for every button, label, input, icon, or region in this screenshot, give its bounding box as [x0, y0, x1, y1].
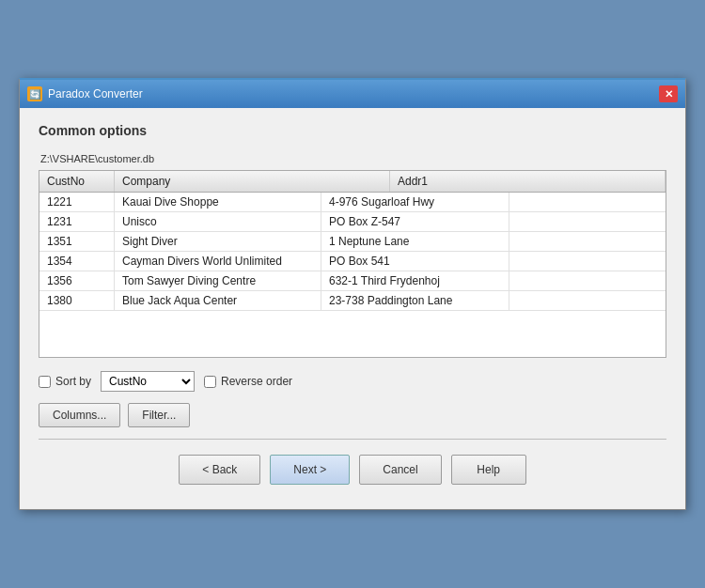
next-button[interactable]: Next >	[270, 455, 350, 485]
cell-custno: 1354	[39, 252, 115, 271]
cell-custno: 1231	[39, 212, 115, 231]
col-header-custno: CustNo	[39, 171, 115, 192]
file-path: Z:\VSHARE\customer.db	[39, 153, 666, 164]
cell-company: Sight Diver	[115, 232, 321, 251]
columns-button[interactable]: Columns...	[39, 403, 120, 427]
title-bar-left: 🔄 Paradox Converter	[27, 86, 143, 101]
sort-by-label: Sort by	[55, 375, 91, 388]
window-title: Paradox Converter	[48, 87, 143, 101]
title-bar: 🔄 Paradox Converter ✕	[20, 80, 685, 108]
action-buttons-row: Columns... Filter...	[39, 403, 666, 427]
table-row[interactable]: 1380Blue Jack Aqua Center23-738 Paddingt…	[39, 291, 666, 311]
cell-company: Blue Jack Aqua Center	[115, 291, 321, 310]
footer-buttons: < Back Next > Cancel Help	[39, 455, 666, 494]
data-table: CustNo Company Addr1 1221Kauai Dive Shop…	[39, 170, 666, 358]
section-title: Common options	[39, 123, 666, 138]
cell-custno: 1351	[39, 232, 115, 251]
cell-company: Tom Sawyer Diving Centre	[115, 271, 321, 290]
cell-addr1: 4-976 Sugarloaf Hwy	[321, 193, 509, 211]
table-row[interactable]: 1231UniscoPO Box Z-547	[39, 212, 666, 232]
app-icon: 🔄	[27, 86, 42, 101]
sort-by-select[interactable]: CustNoCompanyAddr1	[101, 371, 195, 392]
cell-addr1: 23-738 Paddington Lane	[321, 291, 509, 310]
cell-company: Kauai Dive Shoppe	[115, 193, 321, 211]
close-button[interactable]: ✕	[659, 85, 678, 102]
table-row[interactable]: 1354Cayman Divers World UnlimitedPO Box …	[39, 252, 666, 271]
cell-company: Cayman Divers World Unlimited	[115, 252, 321, 271]
table-header: CustNo Company Addr1	[39, 171, 666, 193]
cell-addr1: PO Box 541	[321, 252, 509, 271]
reverse-order-checkbox[interactable]	[204, 376, 216, 388]
cell-addr1: 632-1 Third Frydenhoj	[321, 271, 509, 290]
table-body[interactable]: 1221Kauai Dive Shoppe4-976 Sugarloaf Hwy…	[39, 193, 666, 357]
cancel-button[interactable]: Cancel	[359, 455, 441, 485]
cell-addr1: PO Box Z-547	[321, 212, 509, 231]
main-window: 🔄 Paradox Converter ✕ Common options Z:\…	[19, 78, 686, 510]
table-row[interactable]: 1221Kauai Dive Shoppe4-976 Sugarloaf Hwy	[39, 193, 666, 212]
cell-addr1: 1 Neptune Lane	[321, 232, 509, 251]
cell-company: Unisco	[115, 212, 321, 231]
sort-by-checkbox-label[interactable]: Sort by	[39, 375, 91, 388]
reverse-order-checkbox-label[interactable]: Reverse order	[204, 375, 292, 388]
options-row: Sort by CustNoCompanyAddr1 Reverse order	[39, 371, 666, 392]
cell-custno: 1221	[39, 193, 115, 211]
window-body: Common options Z:\VSHARE\customer.db Cus…	[20, 108, 685, 509]
divider	[39, 439, 666, 440]
col-header-addr1: Addr1	[390, 171, 666, 192]
table-row[interactable]: 1356Tom Sawyer Diving Centre632-1 Third …	[39, 271, 666, 291]
cell-custno: 1356	[39, 271, 115, 290]
filter-button[interactable]: Filter...	[128, 403, 190, 427]
col-header-company: Company	[115, 171, 390, 192]
help-button[interactable]: Help	[451, 455, 526, 485]
sort-by-checkbox[interactable]	[39, 376, 51, 388]
back-button[interactable]: < Back	[179, 455, 260, 485]
table-row[interactable]: 1351Sight Diver1 Neptune Lane	[39, 232, 666, 252]
reverse-order-label: Reverse order	[221, 375, 292, 388]
cell-custno: 1380	[39, 291, 115, 310]
